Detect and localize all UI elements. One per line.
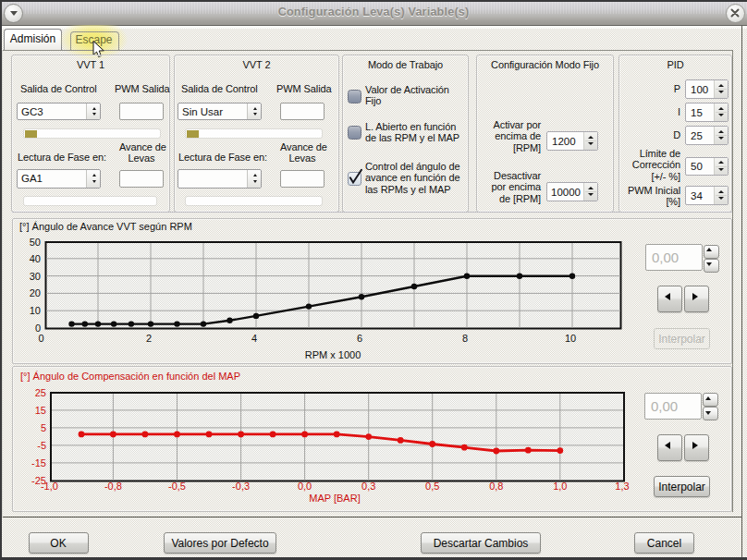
svg-text:20: 20	[30, 287, 41, 298]
svg-text:MAP [BAR]: MAP [BAR]	[309, 493, 360, 504]
svg-text:0: 0	[35, 323, 41, 334]
svg-text:40: 40	[30, 253, 41, 264]
svg-text:[°] Ángulo de Avance VVT según: [°] Ángulo de Avance VVT según RPM	[19, 221, 192, 232]
svg-text:6: 6	[357, 333, 362, 344]
svg-text:-0,8: -0,8	[104, 481, 122, 492]
svg-text:10: 10	[30, 305, 41, 316]
svg-text:0,3: 0,3	[361, 481, 375, 492]
svg-text:0: 0	[38, 333, 43, 344]
svg-text:1,0: 1,0	[553, 481, 567, 492]
svg-text:-1,0: -1,0	[41, 481, 58, 492]
svg-text:-5: -5	[37, 440, 46, 451]
svg-text:-15: -15	[31, 457, 46, 469]
svg-text:0,5: 0,5	[425, 481, 439, 492]
svg-text:5: 5	[41, 422, 46, 433]
svg-text:RPM x 1000: RPM x 1000	[305, 349, 361, 360]
svg-text:30: 30	[30, 271, 41, 282]
svg-text:1,3: 1,3	[615, 481, 629, 492]
svg-text:50: 50	[30, 237, 41, 248]
svg-text:25: 25	[35, 387, 46, 398]
svg-text:4: 4	[251, 333, 257, 344]
svg-text:15: 15	[35, 405, 46, 416]
svg-text:10: 10	[565, 333, 576, 344]
svg-text:2: 2	[146, 333, 152, 344]
svg-text:0,8: 0,8	[489, 481, 503, 492]
svg-text:[°] Ángulo de Compensación en: [°] Ángulo de Compensación en función de…	[20, 371, 240, 382]
svg-text:8: 8	[462, 333, 468, 344]
svg-text:0,0: 0,0	[298, 481, 312, 492]
svg-text:-0,5: -0,5	[168, 481, 186, 492]
svg-text:-0,3: -0,3	[232, 481, 250, 492]
